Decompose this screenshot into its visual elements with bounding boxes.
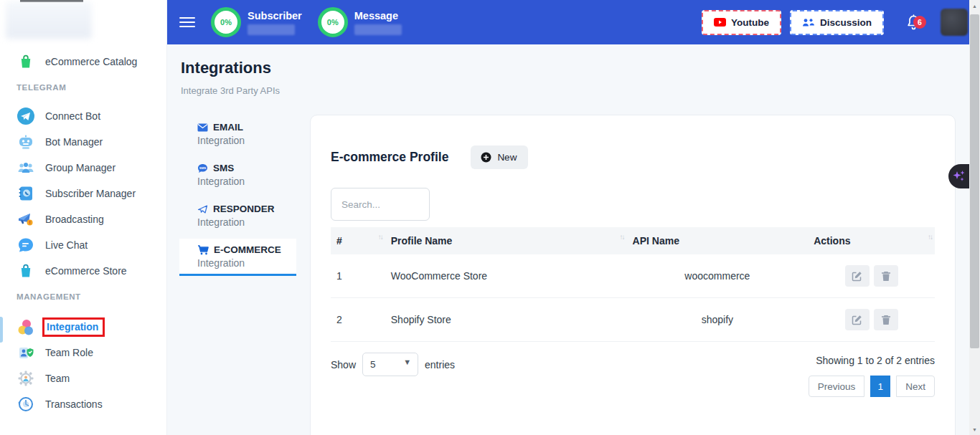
vertical-scrollbar[interactable]: ▲ ▼ — [969, 0, 980, 435]
color-circles-icon — [16, 317, 35, 337]
sidebar-item-label: Group Manager — [45, 162, 116, 173]
row-number: 2 — [331, 298, 385, 342]
table-row: 1 WooCommerce Store woocommerce — [331, 254, 935, 298]
pagination: Previous 1 Next — [809, 376, 935, 397]
tab-sub-label: Integration — [197, 216, 289, 228]
table-summary: Showing 1 to 2 of 2 entries — [816, 355, 935, 366]
api-name-cell: shopify — [627, 298, 809, 342]
delete-button[interactable] — [874, 265, 898, 287]
tab-sms-integration[interactable]: SMS SMS Integration — [179, 157, 296, 194]
top-header: 0% Subscriber 0% Message Youtube — [167, 0, 980, 44]
tab-sub-label: Integration — [197, 176, 289, 187]
notification-count-badge: 6 — [913, 16, 926, 29]
column-header-profile-name[interactable]: Profile Name↑↓ — [385, 227, 627, 254]
hamburger-menu-icon[interactable] — [179, 14, 195, 30]
subscriber-stat-label: Subscriber — [248, 10, 302, 21]
sidebar-item-label-annotated: Integration — [42, 317, 105, 337]
youtube-button[interactable]: Youtube — [702, 10, 781, 35]
sidebar-item-bot-manager[interactable]: Bot Manager — [0, 129, 166, 155]
message-stat-label: Message — [354, 10, 402, 21]
edit-button[interactable] — [845, 309, 870, 330]
sort-icon[interactable]: ↑↓ — [928, 233, 932, 241]
discussion-button[interactable]: Discussion — [790, 10, 884, 35]
sidebar-item-label: Transactions — [45, 398, 103, 410]
show-label: Show — [331, 359, 356, 371]
sidebar-item-team[interactable]: Team — [0, 365, 166, 391]
next-page-button[interactable]: Next — [896, 376, 935, 397]
sidebar-item-label: Connect Bot — [45, 110, 100, 122]
megaphone-icon: ! — [16, 210, 35, 229]
panel-title: E-commerce Profile — [331, 150, 448, 165]
chat-bubble-icon — [16, 236, 35, 255]
youtube-button-label: Youtube — [731, 17, 769, 28]
tab-email-integration[interactable]: EMAIL Integration — [179, 116, 296, 153]
tab-sub-label: Integration — [197, 257, 289, 269]
users-icon — [802, 18, 815, 27]
group-icon — [16, 158, 35, 178]
sparkles-icon — [952, 168, 966, 184]
sidebar-item-broadcasting[interactable]: ! Broadcasting — [0, 206, 166, 232]
ecommerce-profile-card: E-commerce Profile New #↑↓ Profile Name↑… — [310, 115, 956, 435]
api-name-cell: woocommerce — [627, 254, 809, 298]
notifications-bell[interactable]: 6 — [905, 14, 922, 31]
profiles-table: #↑↓ Profile Name↑↓ API Name Actions↑↓ 1 … — [331, 227, 935, 342]
sort-icon[interactable]: ↑↓ — [620, 233, 624, 241]
new-button-label: New — [497, 152, 517, 163]
contact-book-icon — [16, 184, 35, 204]
main-content: Integrations Integrate 3rd Party APIs EM… — [167, 44, 980, 435]
user-avatar[interactable] — [941, 9, 968, 36]
sidebar-item-live-chat[interactable]: Live Chat — [0, 232, 166, 258]
sidebar-item-integration[interactable]: Integration — [0, 314, 166, 340]
tab-ecommerce-integration[interactable]: E-COMMERCE Integration — [179, 239, 296, 276]
id-badge-icon — [16, 343, 35, 363]
integration-tabs: EMAIL Integration SMS SMS Integration — [179, 116, 296, 279]
svg-text:SMS: SMS — [199, 166, 207, 170]
page-size-select[interactable]: 5 — [362, 353, 418, 376]
trash-icon — [881, 315, 891, 325]
plus-circle-icon — [481, 152, 491, 163]
sidebar-section-telegram: TELEGRAM — [0, 80, 166, 95]
search-input[interactable] — [331, 188, 430, 221]
new-profile-button[interactable]: New — [471, 145, 528, 169]
sidebar-item-transactions[interactable]: Transactions — [0, 391, 166, 417]
tab-responder-integration[interactable]: RESPONDER Integration — [179, 198, 296, 235]
sidebar-item-ecommerce-store[interactable]: eCommerce Store — [0, 258, 166, 284]
column-header-actions[interactable]: Actions↑↓ — [808, 227, 935, 254]
sidebar-item-label: Bot Manager — [45, 136, 103, 148]
app-logo-blurred — [6, 1, 92, 39]
trash-icon — [881, 271, 891, 282]
robot-icon — [16, 133, 35, 152]
tab-name: E-COMMERCE — [214, 244, 281, 255]
column-header-api-name[interactable]: API Name — [627, 227, 809, 254]
sidebar-item-label: eCommerce Store — [45, 265, 127, 277]
edit-button[interactable] — [845, 265, 870, 287]
envelope-icon — [197, 123, 208, 132]
history-clock-icon — [16, 395, 35, 414]
edit-pencil-icon — [852, 315, 862, 325]
column-header-num[interactable]: #↑↓ — [331, 227, 385, 254]
sidebar-item-label: Live Chat — [45, 239, 88, 251]
previous-page-button[interactable]: Previous — [809, 376, 865, 397]
page-subtitle: Integrate 3rd Party APIs — [181, 85, 280, 96]
sidebar-item-label: Team Role — [45, 347, 93, 358]
scrollbar-thumb[interactable] — [970, 14, 979, 348]
sidebar-item-team-role[interactable]: Team Role — [0, 340, 166, 365]
sidebar-item-label: Team — [45, 373, 70, 384]
ai-assistant-button[interactable] — [948, 164, 969, 188]
sidebar-item-subscriber-manager[interactable]: Subscriber Manager — [0, 181, 166, 206]
page-1-button[interactable]: 1 — [870, 376, 890, 397]
sidebar-item-label: Subscriber Manager — [45, 188, 136, 199]
subscriber-progress-ring: 0% — [211, 7, 241, 37]
sidebar-item-label: eCommerce Catalog — [45, 56, 137, 67]
sidebar-item-connect-bot[interactable]: Connect Bot — [0, 103, 166, 129]
sidebar-item-label: Broadcasting — [45, 214, 104, 225]
subscriber-stat: 0% Subscriber — [211, 7, 302, 37]
sidebar-item-group-manager[interactable]: Group Manager — [0, 155, 166, 181]
scroll-up-arrow-icon[interactable]: ▲ — [969, 0, 980, 11]
scroll-down-arrow-icon[interactable]: ▼ — [969, 424, 980, 435]
delete-button[interactable] — [874, 309, 898, 330]
tab-name: SMS — [213, 163, 234, 173]
tab-name: EMAIL — [213, 122, 243, 133]
sidebar-item-ecommerce-catalog[interactable]: eCommerce Catalog — [0, 49, 166, 75]
sort-icon[interactable]: ↑↓ — [378, 233, 382, 241]
